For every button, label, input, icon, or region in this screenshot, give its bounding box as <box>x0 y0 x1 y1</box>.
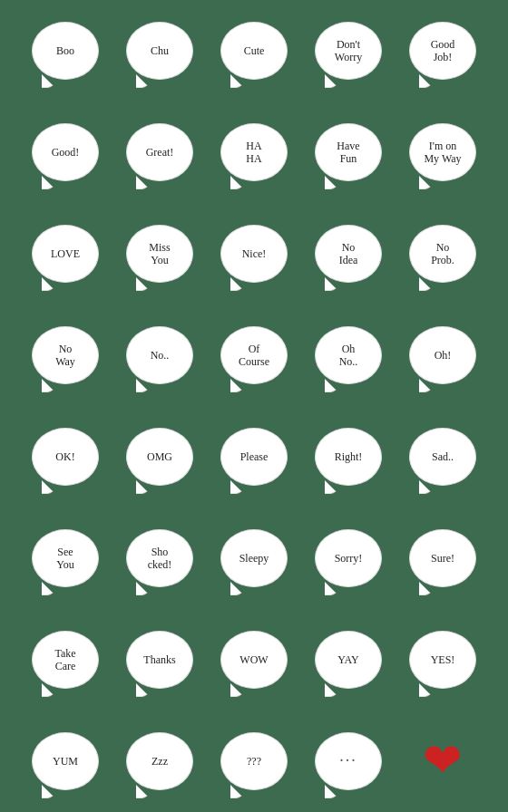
sticker-cell[interactable]: YUM <box>20 712 111 810</box>
sticker-cell[interactable]: Miss You <box>114 205 205 303</box>
bubble-label: Sleepy <box>239 552 269 565</box>
sticker-cell[interactable]: Cute <box>209 2 299 100</box>
sticker-cell[interactable]: OMG <box>114 408 205 506</box>
bubble-label: OK! <box>55 450 74 463</box>
sticker-cell[interactable]: No Prob. <box>397 205 488 303</box>
bubble-label: Good Job! <box>431 38 455 64</box>
sticker-cell[interactable]: I'm on My Way <box>397 103 488 201</box>
sticker-cell[interactable]: Right! <box>303 408 394 506</box>
bubble-label: Sorry! <box>335 552 363 565</box>
bubble-label: No Prob. <box>431 241 454 267</box>
sticker-cell[interactable]: Boo <box>20 2 111 100</box>
sticker-cell[interactable]: Thanks <box>114 611 205 709</box>
bubble-label: Sho cked! <box>148 546 172 572</box>
bubble-label: Chu <box>151 44 169 57</box>
sticker-cell[interactable]: Chu <box>114 2 205 100</box>
bubble-label: OMG <box>147 450 172 463</box>
speech-bubble: I'm on My Way <box>409 123 476 181</box>
sticker-cell[interactable]: Sorry! <box>303 509 394 607</box>
speech-bubble: OK! <box>32 428 99 486</box>
speech-bubble: Great! <box>126 123 193 181</box>
sticker-cell[interactable]: Sho cked! <box>114 509 205 607</box>
bubble-label: Of Course <box>239 343 269 369</box>
speech-bubble: Take Care <box>32 631 99 689</box>
sticker-cell[interactable]: ··· <box>303 712 394 810</box>
sticker-cell[interactable]: Have Fun <box>303 103 394 201</box>
bubble-label: See You <box>56 546 73 572</box>
sticker-cell[interactable]: ❤ <box>397 712 488 810</box>
speech-bubble: LOVE <box>32 225 99 283</box>
bubble-label: Please <box>240 450 269 463</box>
bubble-label: Zzz <box>151 755 168 768</box>
sticker-cell[interactable]: Please <box>209 408 299 506</box>
speech-bubble: Thanks <box>126 631 193 689</box>
bubble-label: Good! <box>52 146 80 159</box>
speech-bubble: ··· <box>315 732 382 790</box>
sticker-cell[interactable]: No Way <box>20 306 111 404</box>
sticker-cell[interactable]: YAY <box>303 611 394 709</box>
sticker-cell[interactable]: Sleepy <box>209 509 299 607</box>
speech-bubble: Sorry! <box>315 529 382 587</box>
sticker-cell[interactable]: OK! <box>20 408 111 506</box>
bubble-label: I'm on My Way <box>424 140 461 166</box>
sticker-cell[interactable]: Oh! <box>397 306 488 404</box>
sticker-cell[interactable]: HA HA <box>209 103 299 201</box>
speech-bubble: Sho cked! <box>126 529 193 587</box>
speech-bubble: HA HA <box>220 123 288 181</box>
heart-icon: ❤ <box>423 738 463 785</box>
bubble-label: No Idea <box>339 241 358 267</box>
bubble-label: Sad.. <box>432 450 454 463</box>
bubble-label: YES! <box>431 653 455 666</box>
bubble-label: No Way <box>55 343 75 369</box>
sticker-cell[interactable]: No Idea <box>303 205 394 303</box>
bubble-label: Don't Worry <box>335 38 362 64</box>
speech-bubble: YES! <box>409 631 476 689</box>
bubble-label: Cute <box>244 44 265 57</box>
sticker-cell[interactable]: Take Care <box>20 611 111 709</box>
speech-bubble: No Way <box>32 326 99 384</box>
bubble-label: ··· <box>339 751 357 771</box>
speech-bubble: Miss You <box>126 225 193 283</box>
sticker-cell[interactable]: Sure! <box>397 509 488 607</box>
bubble-label: WOW <box>239 653 268 666</box>
bubble-label: Have Fun <box>337 140 359 166</box>
sticker-cell[interactable]: No.. <box>114 306 205 404</box>
speech-bubble: Nice! <box>220 225 288 283</box>
bubble-label: No.. <box>151 349 170 362</box>
sticker-cell[interactable]: See You <box>20 509 111 607</box>
sticker-cell[interactable]: Of Course <box>209 306 299 404</box>
sticker-cell[interactable]: Don't Worry <box>303 2 394 100</box>
bubble-label: LOVE <box>51 247 80 260</box>
speech-bubble: Good! <box>32 123 99 181</box>
speech-bubble: Oh No.. <box>315 326 382 384</box>
speech-bubble: Have Fun <box>315 123 382 181</box>
bubble-label: Miss You <box>149 241 170 267</box>
speech-bubble: Cute <box>220 22 288 80</box>
bubble-label: Take Care <box>54 647 75 673</box>
sticker-cell[interactable]: Sad.. <box>397 408 488 506</box>
sticker-cell[interactable]: Zzz <box>114 712 205 810</box>
speech-bubble: See You <box>32 529 99 587</box>
speech-bubble: Zzz <box>126 732 193 790</box>
speech-bubble: Boo <box>32 22 99 80</box>
sticker-cell[interactable]: Great! <box>114 103 205 201</box>
speech-bubble: Of Course <box>220 326 288 384</box>
speech-bubble: YUM <box>32 732 99 790</box>
speech-bubble: No Prob. <box>409 225 476 283</box>
sticker-cell[interactable]: LOVE <box>20 205 111 303</box>
sticker-cell[interactable]: ??? <box>209 712 299 810</box>
sticker-cell[interactable]: WOW <box>209 611 299 709</box>
speech-bubble: ??? <box>220 732 288 790</box>
sticker-cell[interactable]: Good! <box>20 103 111 201</box>
bubble-label: Right! <box>335 450 363 463</box>
bubble-label: ??? <box>247 755 261 768</box>
bubble-label: Nice! <box>242 247 267 260</box>
bubble-label: Oh! <box>435 349 452 362</box>
speech-bubble: Right! <box>315 428 382 486</box>
sticker-cell[interactable]: Oh No.. <box>303 306 394 404</box>
sticker-grid: BooChuCuteDon't WorryGood Job!Good!Great… <box>13 0 495 812</box>
sticker-cell[interactable]: YES! <box>397 611 488 709</box>
sticker-cell[interactable]: Nice! <box>209 205 299 303</box>
sticker-cell[interactable]: Good Job! <box>397 2 488 100</box>
bubble-label: Thanks <box>143 653 175 666</box>
